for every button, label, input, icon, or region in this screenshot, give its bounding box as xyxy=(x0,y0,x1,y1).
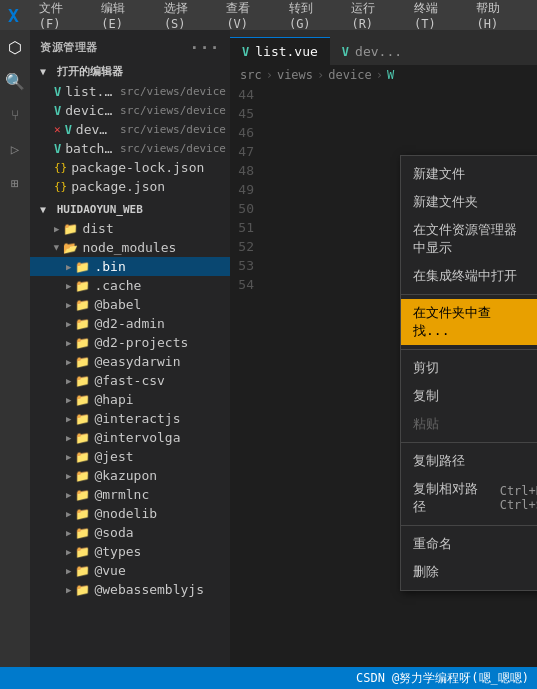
menu-file[interactable]: 文件(F) xyxy=(31,0,92,33)
ctx-find-in-folder[interactable]: 在文件夹中查找... Shift+Alt+F xyxy=(401,299,537,345)
menu-goto[interactable]: 转到(G) xyxy=(281,0,342,33)
menu-edit[interactable]: 编辑(E) xyxy=(93,0,154,33)
menu-select[interactable]: 选择(S) xyxy=(156,0,217,33)
wasm-folder-icon: 📁 xyxy=(75,583,90,597)
folder-bin[interactable]: ▶ 📁 .bin xyxy=(30,257,230,276)
cache-folder-icon: 📁 xyxy=(75,279,90,293)
ctx-open-terminal[interactable]: 在集成终端中打开 xyxy=(401,262,537,290)
activity-extensions[interactable]: ⊞ xyxy=(2,170,28,196)
bin-arrow-icon: ▶ xyxy=(66,262,71,272)
folder-interactjs[interactable]: ▶ 📁 @interactjs xyxy=(30,409,230,428)
folder-fast-csv[interactable]: ▶ 📁 @fast-csv xyxy=(30,371,230,390)
babel-folder-icon: 📁 xyxy=(75,298,90,312)
menu-terminal[interactable]: 终端(T) xyxy=(406,0,467,33)
folder-vue[interactable]: ▶ 📁 @vue xyxy=(30,561,230,580)
ctx-copy-path[interactable]: 复制路径 Shift+Alt+C xyxy=(401,447,537,475)
activity-files[interactable]: ⬡ xyxy=(2,34,28,60)
folder-d2-projects[interactable]: ▶ 📁 @d2-projects xyxy=(30,333,230,352)
folder-nodelib[interactable]: ▶ 📁 @nodelib xyxy=(30,504,230,523)
breadcrumb-views: views xyxy=(277,68,313,82)
breadcrumb-sep-3: › xyxy=(376,68,383,82)
mrmlnc-folder-icon: 📁 xyxy=(75,488,90,502)
folder-name-intervolga: @intervolga xyxy=(94,430,180,445)
project-label: HUIDAOYUN_WEB xyxy=(57,203,143,216)
folder-node-modules[interactable]: ▶ 📂 node_modules xyxy=(30,238,230,257)
ctx-reveal-explorer[interactable]: 在文件资源管理器中显示 Shift+Alt+R xyxy=(401,216,537,262)
tab-label-2: dev... xyxy=(355,44,402,59)
dist-folder-icon: 📁 xyxy=(63,222,78,236)
folder-soda[interactable]: ▶ 📁 @soda xyxy=(30,523,230,542)
menu-run[interactable]: 运行(R) xyxy=(343,0,404,33)
ctx-find-in-folder-label: 在文件夹中查找... xyxy=(413,304,518,340)
line-50: 50 xyxy=(230,199,254,218)
activity-debug[interactable]: ▷ xyxy=(2,136,28,162)
ctx-copy-path-label: 复制路径 xyxy=(413,452,465,470)
folder-jest[interactable]: ▶ 📁 @jest xyxy=(30,447,230,466)
folder-cache[interactable]: ▶ 📁 .cache xyxy=(30,276,230,295)
node-modules-arrow-icon: ▶ xyxy=(52,245,62,250)
activity-source-control[interactable]: ⑂ xyxy=(2,102,28,128)
babel-arrow-icon: ▶ xyxy=(66,300,71,310)
ctx-sep-4 xyxy=(401,525,537,526)
dist-arrow-icon: ▶ xyxy=(54,224,59,234)
ctx-new-file[interactable]: 新建文件 xyxy=(401,160,537,188)
open-file-batch-update[interactable]: V batch-update.vue src/views/device xyxy=(30,139,230,158)
activity-search[interactable]: 🔍 xyxy=(2,68,28,94)
sidebar-more-icon[interactable]: ··· xyxy=(190,38,220,57)
ctx-new-file-label: 新建文件 xyxy=(413,165,465,183)
breadcrumb-sep-2: › xyxy=(317,68,324,82)
line-52: 52 xyxy=(230,237,254,256)
open-file-device-upload-update[interactable]: ✕ V device-upload-update.vue src/views/d… xyxy=(30,120,230,139)
d2admin-arrow-icon: ▶ xyxy=(66,319,71,329)
ctx-cut[interactable]: 剪切 Ctrl+X xyxy=(401,354,537,382)
ctx-rename[interactable]: 重命名 F2 xyxy=(401,530,537,558)
tab-dev[interactable]: V dev... xyxy=(330,37,414,65)
tab-vue-icon-2: V xyxy=(342,45,349,59)
folder-name-d2projects: @d2-projects xyxy=(94,335,188,350)
ctx-cut-label: 剪切 xyxy=(413,359,439,377)
ctx-reveal-explorer-label: 在文件资源管理器中显示 xyxy=(413,221,518,257)
menu-view[interactable]: 查看(V) xyxy=(218,0,279,33)
open-file-list-vue[interactable]: V list.vue src/views/device xyxy=(30,82,230,101)
types-arrow-icon: ▶ xyxy=(66,547,71,557)
line-53: 53 xyxy=(230,256,254,275)
folder-intervolga[interactable]: ▶ 📁 @intervolga xyxy=(30,428,230,447)
context-menu: 新建文件 新建文件夹 在文件资源管理器中显示 Shift+Alt+R 在集成终端… xyxy=(400,155,537,591)
folder-name-hapi: @hapi xyxy=(94,392,133,407)
folder-kazupon[interactable]: ▶ 📁 @kazupon xyxy=(30,466,230,485)
folder-hapi[interactable]: ▶ 📁 @hapi xyxy=(30,390,230,409)
ctx-delete[interactable]: 删除 Delete xyxy=(401,558,537,586)
line-45: 45 xyxy=(230,104,254,123)
easydarwin-arrow-icon: ▶ xyxy=(66,357,71,367)
ctx-copy-relative-path-label: 复制相对路径 xyxy=(413,480,480,516)
folder-babel[interactable]: ▶ 📁 @babel xyxy=(30,295,230,314)
folder-mrmlnc[interactable]: ▶ 📁 @mrmlnc xyxy=(30,485,230,504)
jest-arrow-icon: ▶ xyxy=(66,452,71,462)
folder-webassemblyjs[interactable]: ▶ 📁 @webassemblyjs xyxy=(30,580,230,599)
line-48: 48 xyxy=(230,161,254,180)
menu-help[interactable]: 帮助(H) xyxy=(468,0,529,33)
ctx-new-folder[interactable]: 新建文件夹 xyxy=(401,188,537,216)
folder-types[interactable]: ▶ 📁 @types xyxy=(30,542,230,561)
open-file-device-upload[interactable]: V device-upload.vue src/views/device xyxy=(30,101,230,120)
vue-icon-3: V xyxy=(65,123,72,137)
open-file-package[interactable]: {} package.json xyxy=(30,177,230,196)
interactjs-folder-icon: 📁 xyxy=(75,412,90,426)
hapi-arrow-icon: ▶ xyxy=(66,395,71,405)
open-editors-section[interactable]: ▼ 打开的编辑器 xyxy=(30,61,230,82)
folder-dist[interactable]: ▶ 📁 dist xyxy=(30,219,230,238)
vue-folder-arrow-icon: ▶ xyxy=(66,566,71,576)
folder-easydarwin[interactable]: ▶ 📁 @easydarwin xyxy=(30,352,230,371)
folder-d2-admin[interactable]: ▶ 📁 @d2-admin xyxy=(30,314,230,333)
open-file-package-lock[interactable]: {} package-lock.json xyxy=(30,158,230,177)
ctx-sep-2 xyxy=(401,349,537,350)
ctx-paste-label: 粘贴 xyxy=(413,415,439,433)
ctx-copy-relative-path[interactable]: 复制相对路径 Ctrl+K Ctrl+Shift+C xyxy=(401,475,537,521)
line-numbers: 44 45 46 47 48 49 50 51 52 53 54 xyxy=(230,85,260,294)
bottom-bar: CSDN @努力学编程呀(嗯_嗯嗯) xyxy=(0,667,537,689)
editor-area: V list.vue V dev... src › views › device… xyxy=(230,30,537,667)
tab-list-vue[interactable]: V list.vue xyxy=(230,37,330,65)
project-section[interactable]: ▼ HUIDAOYUN_WEB xyxy=(30,200,230,219)
ctx-copy[interactable]: 复制 Ctrl+C xyxy=(401,382,537,410)
d2projects-folder-icon: 📁 xyxy=(75,336,90,350)
